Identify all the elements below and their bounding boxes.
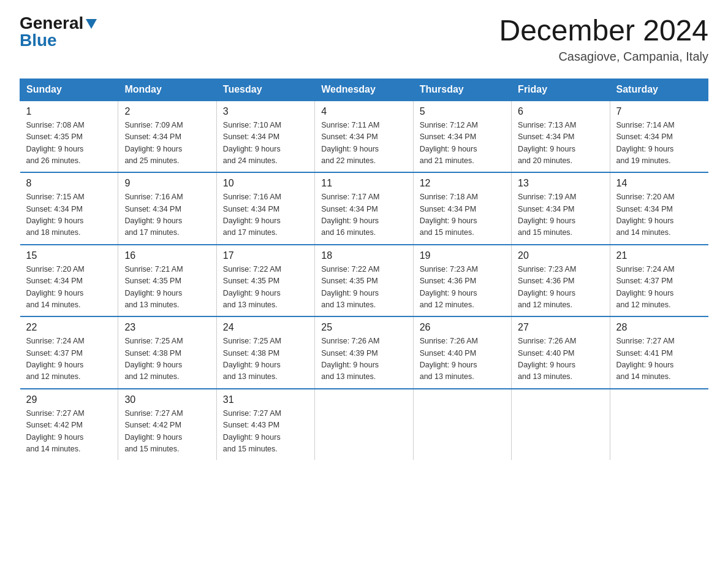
- day-info: Sunrise: 7:16 AMSunset: 4:34 PMDaylight:…: [124, 191, 210, 239]
- header-sunday: Sunday: [20, 79, 118, 101]
- calendar-week-row: 8Sunrise: 7:15 AMSunset: 4:34 PMDaylight…: [20, 172, 708, 245]
- day-info: Sunrise: 7:22 AMSunset: 4:35 PMDaylight:…: [223, 264, 308, 312]
- calendar-cell: 19Sunrise: 7:23 AMSunset: 4:36 PMDayligh…: [413, 245, 511, 317]
- day-info: Sunrise: 7:18 AMSunset: 4:34 PMDaylight:…: [420, 191, 505, 239]
- day-number: 24: [223, 322, 308, 333]
- day-number: 31: [223, 394, 308, 405]
- header-row: Sunday Monday Tuesday Wednesday Thursday…: [20, 79, 708, 101]
- calendar-cell: 23Sunrise: 7:25 AMSunset: 4:38 PMDayligh…: [118, 316, 216, 389]
- calendar-cell: 31Sunrise: 7:27 AMSunset: 4:43 PMDayligh…: [216, 389, 314, 461]
- calendar-cell: [413, 389, 511, 461]
- day-number: 1: [26, 106, 112, 117]
- calendar-cell: 16Sunrise: 7:21 AMSunset: 4:35 PMDayligh…: [118, 245, 216, 317]
- day-number: 5: [420, 106, 505, 117]
- day-number: 11: [321, 178, 406, 189]
- calendar-cell: 13Sunrise: 7:19 AMSunset: 4:34 PMDayligh…: [512, 172, 610, 245]
- calendar-table: Sunday Monday Tuesday Wednesday Thursday…: [20, 79, 708, 461]
- header-thursday: Thursday: [413, 79, 511, 101]
- day-number: 2: [124, 106, 210, 117]
- day-number: 7: [616, 106, 702, 117]
- day-number: 26: [420, 322, 505, 333]
- header-monday: Monday: [118, 79, 216, 101]
- day-info: Sunrise: 7:21 AMSunset: 4:35 PMDaylight:…: [124, 264, 210, 312]
- day-info: Sunrise: 7:17 AMSunset: 4:34 PMDaylight:…: [321, 191, 406, 239]
- day-number: 28: [616, 322, 702, 333]
- calendar-week-row: 15Sunrise: 7:20 AMSunset: 4:34 PMDayligh…: [20, 245, 708, 317]
- calendar-cell: 27Sunrise: 7:26 AMSunset: 4:40 PMDayligh…: [512, 316, 610, 389]
- header-saturday: Saturday: [610, 79, 708, 101]
- day-number: 4: [321, 106, 406, 117]
- day-info: Sunrise: 7:26 AMSunset: 4:39 PMDaylight:…: [321, 335, 406, 383]
- day-number: 21: [616, 250, 702, 261]
- header-friday: Friday: [512, 79, 610, 101]
- day-info: Sunrise: 7:13 AMSunset: 4:34 PMDaylight:…: [518, 120, 603, 167]
- calendar-cell: 7Sunrise: 7:14 AMSunset: 4:34 PMDaylight…: [610, 101, 708, 173]
- day-number: 19: [420, 250, 505, 261]
- day-number: 27: [518, 322, 603, 333]
- calendar-cell: 30Sunrise: 7:27 AMSunset: 4:42 PMDayligh…: [118, 389, 216, 461]
- calendar-cell: 18Sunrise: 7:22 AMSunset: 4:35 PMDayligh…: [315, 245, 413, 317]
- calendar-cell: 26Sunrise: 7:26 AMSunset: 4:40 PMDayligh…: [413, 316, 511, 389]
- day-number: 6: [518, 106, 603, 117]
- calendar-cell: 12Sunrise: 7:18 AMSunset: 4:34 PMDayligh…: [413, 172, 511, 245]
- logo-triangle-icon: [86, 19, 97, 29]
- day-info: Sunrise: 7:25 AMSunset: 4:38 PMDaylight:…: [223, 335, 308, 383]
- day-number: 23: [124, 322, 210, 333]
- day-info: Sunrise: 7:27 AMSunset: 4:43 PMDaylight:…: [223, 408, 308, 456]
- day-number: 9: [124, 178, 210, 189]
- calendar-body: 1Sunrise: 7:08 AMSunset: 4:35 PMDaylight…: [20, 101, 708, 461]
- day-number: 25: [321, 322, 406, 333]
- calendar-cell: [512, 389, 610, 461]
- day-info: Sunrise: 7:25 AMSunset: 4:38 PMDaylight:…: [124, 335, 210, 383]
- logo-blue-row: Blue: [20, 32, 57, 49]
- day-number: 22: [26, 322, 112, 333]
- day-info: Sunrise: 7:27 AMSunset: 4:42 PMDaylight:…: [124, 408, 210, 456]
- day-info: Sunrise: 7:27 AMSunset: 4:41 PMDaylight:…: [616, 335, 702, 383]
- calendar-cell: 10Sunrise: 7:16 AMSunset: 4:34 PMDayligh…: [216, 172, 314, 245]
- location-subtitle: Casagiove, Campania, Italy: [499, 50, 708, 64]
- day-info: Sunrise: 7:26 AMSunset: 4:40 PMDaylight:…: [420, 335, 505, 383]
- day-number: 14: [616, 178, 702, 189]
- day-info: Sunrise: 7:20 AMSunset: 4:34 PMDaylight:…: [616, 191, 702, 239]
- calendar-cell: 17Sunrise: 7:22 AMSunset: 4:35 PMDayligh…: [216, 245, 314, 317]
- calendar-cell: 20Sunrise: 7:23 AMSunset: 4:36 PMDayligh…: [512, 245, 610, 317]
- day-info: Sunrise: 7:22 AMSunset: 4:35 PMDaylight:…: [321, 264, 406, 312]
- calendar-cell: 29Sunrise: 7:27 AMSunset: 4:42 PMDayligh…: [20, 389, 118, 461]
- day-number: 18: [321, 250, 406, 261]
- logo-blue-text: Blue: [20, 31, 57, 50]
- header-wednesday: Wednesday: [315, 79, 413, 101]
- calendar-cell: 4Sunrise: 7:11 AMSunset: 4:34 PMDaylight…: [315, 101, 413, 173]
- day-info: Sunrise: 7:12 AMSunset: 4:34 PMDaylight:…: [420, 120, 505, 167]
- day-info: Sunrise: 7:23 AMSunset: 4:36 PMDaylight:…: [518, 264, 603, 312]
- calendar-cell: 9Sunrise: 7:16 AMSunset: 4:34 PMDaylight…: [118, 172, 216, 245]
- day-number: 12: [420, 178, 505, 189]
- calendar-week-row: 29Sunrise: 7:27 AMSunset: 4:42 PMDayligh…: [20, 389, 708, 461]
- calendar-cell: 15Sunrise: 7:20 AMSunset: 4:34 PMDayligh…: [20, 245, 118, 317]
- logo: General Blue: [20, 15, 97, 49]
- day-number: 15: [26, 250, 112, 261]
- calendar-header: Sunday Monday Tuesday Wednesday Thursday…: [20, 79, 708, 101]
- calendar-cell: 8Sunrise: 7:15 AMSunset: 4:34 PMDaylight…: [20, 172, 118, 245]
- day-info: Sunrise: 7:19 AMSunset: 4:34 PMDaylight:…: [518, 191, 603, 239]
- day-number: 10: [223, 178, 308, 189]
- calendar-cell: 21Sunrise: 7:24 AMSunset: 4:37 PMDayligh…: [610, 245, 708, 317]
- day-info: Sunrise: 7:09 AMSunset: 4:34 PMDaylight:…: [124, 120, 210, 167]
- calendar-cell: [610, 389, 708, 461]
- day-info: Sunrise: 7:14 AMSunset: 4:34 PMDaylight:…: [616, 120, 702, 167]
- day-info: Sunrise: 7:24 AMSunset: 4:37 PMDaylight:…: [616, 264, 702, 312]
- calendar-cell: 11Sunrise: 7:17 AMSunset: 4:34 PMDayligh…: [315, 172, 413, 245]
- logo-general-text: General: [20, 13, 83, 33]
- header-tuesday: Tuesday: [216, 79, 314, 101]
- day-info: Sunrise: 7:20 AMSunset: 4:34 PMDaylight:…: [26, 264, 112, 312]
- calendar-cell: 2Sunrise: 7:09 AMSunset: 4:34 PMDaylight…: [118, 101, 216, 173]
- calendar-cell: 1Sunrise: 7:08 AMSunset: 4:35 PMDaylight…: [20, 101, 118, 173]
- day-number: 20: [518, 250, 603, 261]
- calendar-cell: 3Sunrise: 7:10 AMSunset: 4:34 PMDaylight…: [216, 101, 314, 173]
- day-info: Sunrise: 7:10 AMSunset: 4:34 PMDaylight:…: [223, 120, 308, 167]
- day-number: 29: [26, 394, 112, 405]
- day-number: 17: [223, 250, 308, 261]
- day-number: 3: [223, 106, 308, 117]
- day-number: 8: [26, 178, 112, 189]
- page-header: General Blue December 2024 Casagiove, Ca…: [20, 15, 708, 64]
- calendar-cell: 5Sunrise: 7:12 AMSunset: 4:34 PMDaylight…: [413, 101, 511, 173]
